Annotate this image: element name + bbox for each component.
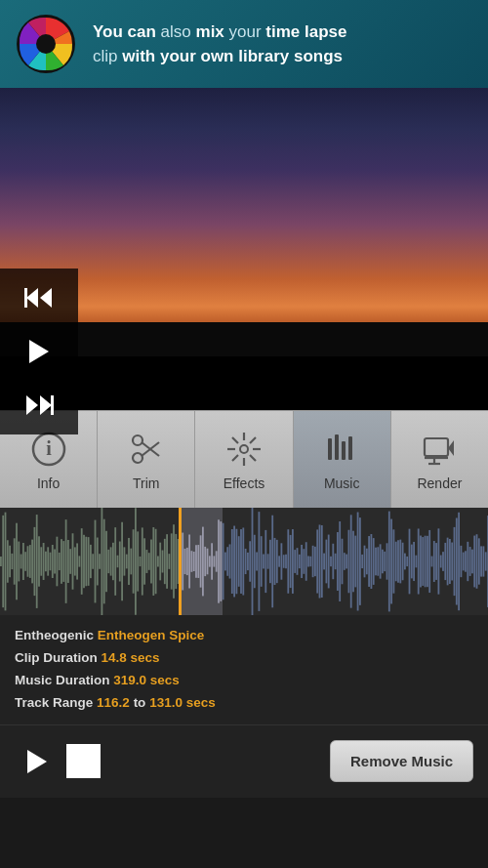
svg-rect-4 [24,288,27,308]
music-duration-label: Music Duration [15,673,110,687]
track-range-row: Track Range 116.2 to 131.0 secs [15,692,473,715]
svg-line-22 [250,437,256,443]
playback-controls [0,269,78,434]
toolbar-item-render[interactable]: Render [391,411,488,508]
music-duration-value: 319.0 secs [113,673,180,687]
effects-icon [224,429,264,470]
video-area [0,88,488,410]
toolbar-label-trim: Trim [133,475,159,491]
svg-line-23 [232,455,238,461]
music-duration-row: Music Duration 319.0 secs [15,670,473,692]
svg-point-15 [240,445,248,453]
svg-marker-6 [26,395,38,415]
svg-marker-7 [40,395,52,415]
svg-text:i: i [46,437,52,459]
svg-line-20 [232,437,238,443]
svg-point-12 [133,435,142,445]
track-range-to: to [134,695,150,710]
svg-point-11 [133,453,142,463]
toolbar-item-effects[interactable]: Effects [195,411,293,508]
play-button-overlay[interactable] [10,327,68,376]
svg-rect-8 [51,395,54,415]
svg-marker-5 [29,340,49,363]
fast-forward-button[interactable] [10,381,68,430]
track-range-end: 131.0 secs [149,695,216,710]
svg-marker-3 [26,288,38,308]
toolbar-label-render: Render [417,475,462,491]
selection-overlay [179,508,223,615]
toolbar-label-info: Info [37,475,60,491]
info-panel: Entheogenic Entheogen Spice Clip Duratio… [0,615,488,724]
svg-rect-28 [425,438,448,456]
toolbar-label-music: Music [324,475,360,491]
playhead [179,508,182,615]
waveform-canvas [0,508,488,615]
svg-point-1 [36,34,56,54]
bottom-controls: Remove Music [0,724,488,798]
toolbar-item-trim[interactable]: Trim [98,411,195,508]
svg-rect-26 [342,441,346,460]
svg-marker-2 [40,288,52,308]
music-icon [321,429,362,470]
clip-duration-val: 14.8 secs [102,650,160,665]
svg-rect-24 [328,438,332,460]
rewind-button[interactable] [10,273,68,322]
artist-row: Entheogenic Entheogen Spice [15,625,473,647]
song-title: Entheogen Spice [98,628,205,642]
stop-button[interactable] [66,744,101,778]
toolbar-label-effects: Effects [224,475,265,491]
clip-duration-label: Clip Duration [15,650,98,665]
track-range-start: 116.2 [97,695,130,710]
toolbar-item-music[interactable]: Music [294,411,391,508]
play-button[interactable] [15,739,59,783]
svg-line-21 [250,455,256,461]
render-icon [419,429,460,470]
artist-label: Entheogenic [15,628,98,642]
clip-duration-row: Clip Duration 14.8 secs [15,647,473,670]
banner-text: You can also mix your time lapse clip wi… [93,20,347,69]
top-banner: You can also mix your time lapse clip wi… [0,0,488,88]
svg-marker-33 [27,750,47,773]
app-logo [15,13,78,76]
trim-icon [126,429,167,470]
remove-music-button[interactable]: Remove Music [330,740,473,782]
track-range-label: Track Range [15,695,93,710]
svg-rect-27 [348,436,352,460]
svg-rect-25 [335,434,339,460]
waveform-area[interactable] [0,508,488,615]
